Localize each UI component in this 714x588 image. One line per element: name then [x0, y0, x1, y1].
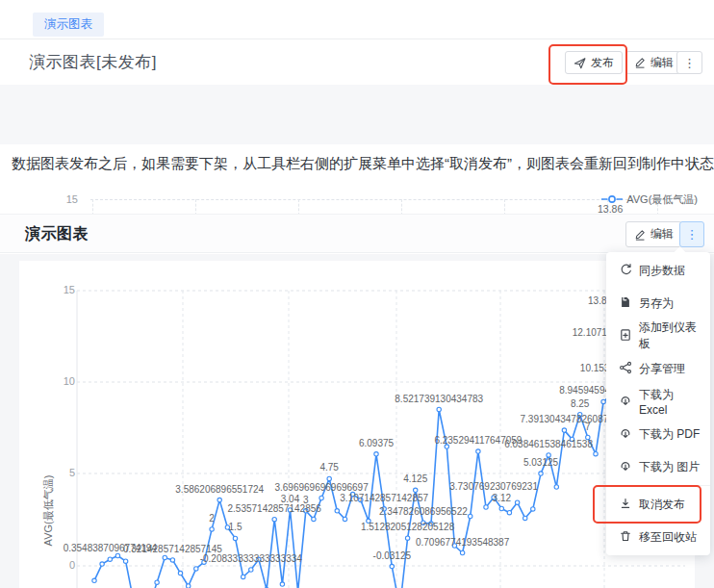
publish-label: 发布 — [591, 55, 614, 71]
pencil-icon — [634, 57, 646, 68]
svg-text:4.125: 4.125 — [403, 473, 427, 484]
edit-label: 编辑 — [650, 55, 674, 71]
edit-button-published[interactable]: 编辑 — [625, 221, 682, 247]
draft-panel-title: 演示图表[未发布] — [29, 51, 157, 73]
svg-text:2: 2 — [209, 513, 215, 524]
svg-text:4.75: 4.75 — [319, 462, 339, 473]
menu-item-同步数据[interactable]: 同步数据 — [606, 254, 710, 287]
publish-button[interactable]: 发布 — [565, 51, 623, 74]
download-icon — [619, 459, 632, 475]
published-panel-title: 演示图表 — [25, 224, 89, 244]
menu-item-另存为[interactable]: 另存为 — [606, 287, 710, 320]
svg-text:3.730769230769231: 3.730769230769231 — [449, 481, 538, 492]
menu-item-取消发布[interactable]: 取消发布 — [606, 488, 710, 521]
svg-text:2.347826086956522: 2.347826086956522 — [379, 506, 468, 517]
svg-text:3.04: 3.04 — [281, 494, 300, 504]
pencil-icon — [634, 229, 646, 241]
draft-panel-header: 演示图表[未发布] 发布 编辑 — [0, 39, 714, 85]
menu-item-label: 添加到仪表板 — [639, 320, 704, 352]
published-chart-card: AVG(最低气温) 15 10 5 0 0.35483870967741940.… — [19, 261, 695, 588]
svg-text:1.5128205128205128: 1.5128205128205128 — [361, 522, 455, 532]
y-tick-15: 15 — [55, 193, 78, 205]
menu-item-label: 下载为 Excel — [639, 387, 704, 417]
add-to-dashboard-icon — [619, 328, 632, 345]
download-icon — [619, 426, 632, 443]
menu-divider — [606, 485, 710, 486]
svg-text:8.521739130434783: 8.521739130434783 — [395, 394, 483, 404]
unpublish-icon — [619, 497, 632, 513]
svg-text:3.6969696969696697: 3.6969696969696697 — [274, 482, 369, 493]
published-panel-header: 演示图表 编辑 — [0, 214, 714, 253]
line-chart: 0.35483870967741940.3214285714285714523.… — [19, 261, 695, 588]
svg-text:3.586206896551724: 3.586206896551724 — [175, 484, 264, 495]
tab-demo-chart[interactable]: 演示图表 — [33, 13, 104, 37]
edit-button-draft[interactable]: 编辑 — [625, 51, 682, 74]
edit-label: 编辑 — [650, 226, 674, 243]
trash-icon — [619, 529, 632, 546]
menu-item-label: 取消发布 — [639, 497, 685, 513]
sync-icon — [619, 263, 632, 279]
menu-item-label: 另存为 — [639, 295, 674, 312]
svg-text:0.7096774193548387: 0.7096774193548387 — [416, 537, 510, 548]
page: 演示图表 演示图表[未发布] 发布 编辑 15 — [0, 0, 714, 588]
svg-text:8.25: 8.25 — [571, 398, 590, 409]
more-menu-button-published[interactable] — [679, 221, 704, 247]
menu-item-下载为 Excel[interactable]: 下载为 Excel — [606, 385, 710, 418]
menu-item-label: 下载为 图片 — [639, 459, 700, 475]
svg-text:3.107142857142857: 3.107142857142857 — [340, 493, 428, 503]
svg-text:6.09375: 6.09375 — [359, 438, 395, 448]
svg-text:6.038461538461538: 6.038461538461538 — [504, 439, 593, 449]
svg-text:3: 3 — [303, 495, 309, 505]
save-as-icon — [619, 295, 632, 312]
svg-text:-0.03125: -0.03125 — [373, 550, 412, 561]
svg-text:3.12: 3.12 — [493, 493, 512, 503]
svg-text:-0.20833333333333334: -0.20833333333333334 — [200, 553, 303, 564]
tab-label: 演示图表 — [44, 16, 92, 33]
menu-item-label: 同步数据 — [639, 263, 685, 279]
context-menu: 同步数据另存为添加到仪表板分享管理下载为 Excel下载为 PDF下载为 图片取… — [606, 252, 710, 555]
share-icon — [619, 361, 632, 377]
menu-item-label: 分享管理 — [639, 361, 685, 377]
send-icon — [574, 57, 586, 69]
menu-item-label: 移至回收站 — [639, 529, 697, 546]
more-menu-button-draft[interactable] — [676, 51, 702, 74]
legend-label: AVG(最低气温) — [626, 192, 698, 207]
svg-text:1.5: 1.5 — [229, 522, 242, 532]
menu-item-添加到仪表板[interactable]: 添加到仪表板 — [606, 320, 710, 352]
menu-item-分享管理[interactable]: 分享管理 — [606, 352, 710, 385]
svg-text:5.03125: 5.03125 — [523, 457, 559, 468]
download-icon — [619, 394, 632, 410]
svg-text:7.391304347826087: 7.391304347826087 — [521, 414, 609, 424]
svg-text:7: 7 — [585, 422, 591, 432]
menu-item-label: 下载为 PDF — [639, 426, 700, 443]
menu-item-下载为 PDF[interactable]: 下载为 PDF — [606, 418, 710, 450]
draft-chart-region: 15 AVG(最低气温) 13.86 — [0, 85, 714, 144]
menu-item-移至回收站[interactable]: 移至回收站 — [606, 521, 710, 553]
body-paragraph: 数据图表发布之后，如果需要下架，从工具栏右侧的扩展菜单中选择“取消发布”，则图表… — [12, 148, 714, 179]
menu-item-下载为 图片[interactable]: 下载为 图片 — [606, 450, 710, 483]
